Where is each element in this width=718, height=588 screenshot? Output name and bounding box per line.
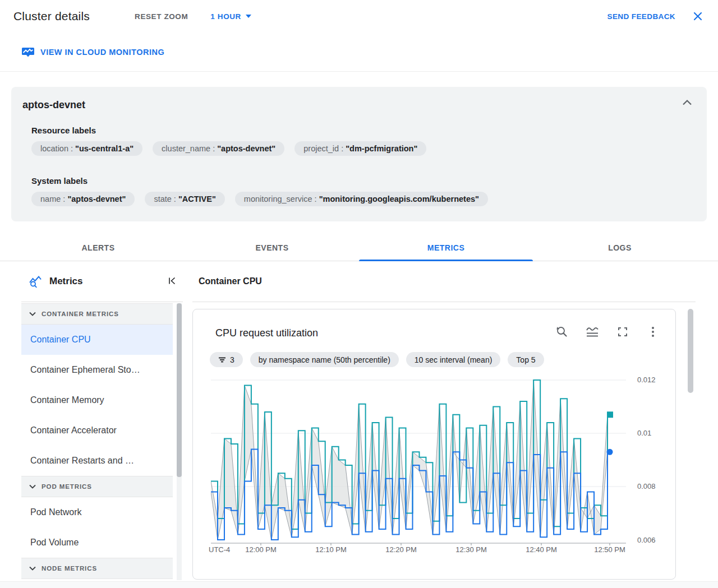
x-axis-tick: 12:00 PM [238, 545, 283, 554]
more-options-button[interactable] [646, 325, 660, 339]
top-bar: Cluster details RESET ZOOM 1 HOUR SEND F… [0, 0, 718, 33]
collapse-card-button[interactable] [682, 99, 692, 108]
metrics-sidebar-header: Metrics [21, 261, 183, 302]
collapse-panel-icon [167, 276, 177, 286]
tab-events[interactable]: EVENTS [185, 234, 359, 261]
chevron-down-icon [246, 15, 251, 18]
x-axis-tick: 12:20 PM [379, 545, 424, 554]
page-title: Cluster details [13, 10, 90, 23]
topn-chip[interactable]: Top 5 [508, 352, 544, 367]
chart-filter-chips: 3 by namespace name (50th percentile) 10… [210, 352, 544, 367]
label-chip-monitoring-service: monitoring_service : "monitoring.googlea… [235, 192, 488, 206]
resource-labels-row: location : "us-central1-a" cluster_name … [31, 141, 696, 156]
system-labels-title: System labels [31, 176, 696, 186]
y-axis-tick: 0.006 [637, 536, 656, 544]
zoom-reset-button[interactable] [555, 325, 569, 339]
chevron-down-icon [29, 484, 36, 489]
main-scrollbar-thumb[interactable] [688, 309, 693, 393]
cluster-summary-card: aptos-devnet Resource labels location : … [11, 87, 707, 221]
monitoring-chart-icon [21, 47, 35, 58]
chart-toolbar [555, 325, 660, 339]
sidebar-item-pod-volume[interactable]: Pod Volume [21, 527, 173, 558]
sidebar-item-container-ephemeral-storage[interactable]: Container Ephemeral Sto… [21, 355, 173, 385]
tab-alerts[interactable]: ALERTS [11, 234, 185, 261]
x-axis-tick: 12:10 PM [309, 545, 353, 554]
timezone-label: UTC-4 [209, 545, 230, 554]
sidebar-scrollbar[interactable] [177, 303, 182, 580]
tab-metrics[interactable]: METRICS [359, 234, 533, 261]
cpu-utilization-plot[interactable] [211, 372, 626, 545]
metric-panel-title: Container CPU [199, 276, 262, 286]
close-button[interactable] [690, 8, 706, 24]
fullscreen-icon [617, 326, 628, 337]
tab-logs[interactable]: LOGS [533, 234, 707, 261]
chevron-down-icon [29, 566, 36, 571]
cluster-name-title: aptos-devnet [22, 99, 696, 111]
send-feedback-button[interactable]: SEND FEEDBACK [607, 12, 675, 21]
area-chart-icon [586, 326, 599, 338]
content-area: Metrics CONTAINER METRICS Container CPU … [0, 261, 718, 588]
x-axis-tick: 12:30 PM [449, 545, 494, 554]
label-chip-name: name : "aptos-devnet" [31, 192, 135, 206]
more-vert-icon [651, 326, 655, 337]
view-in-cloud-monitoring-label: VIEW IN CLOUD MONITORING [40, 48, 164, 57]
sidebar-scrollbar-thumb[interactable] [177, 303, 182, 477]
sidebar-item-container-memory[interactable]: Container Memory [21, 385, 173, 415]
filter-count-chip[interactable]: 3 [210, 352, 243, 367]
reset-zoom-button[interactable]: RESET ZOOM [135, 12, 188, 21]
sidebar-title: Metrics [49, 276, 83, 287]
filter-list-icon [218, 356, 226, 363]
fullscreen-button[interactable] [616, 325, 629, 339]
chevron-up-icon [682, 99, 692, 106]
x-axis-tick: 12:40 PM [519, 545, 564, 554]
label-chip-project-id: project_id : "dm-pcfmigration" [294, 141, 426, 156]
view-in-cloud-monitoring-link[interactable]: VIEW IN CLOUD MONITORING [21, 47, 164, 58]
label-chip-location: location : "us-central1-a" [31, 141, 142, 156]
label-chip-state: state : "ACTIVE" [145, 192, 224, 206]
system-labels-row: name : "aptos-devnet" state : "ACTIVE" m… [31, 192, 696, 206]
y-axis-tick: 0.012 [637, 376, 656, 384]
y-axis-tick: 0.008 [637, 482, 656, 490]
zoom-reset-icon [555, 325, 569, 339]
x-axis-tick: 12:50 PM [587, 545, 632, 554]
chevron-down-icon [29, 312, 36, 316]
link-row: VIEW IN CLOUD MONITORING [0, 33, 718, 72]
y-axis-tick: 0.01 [637, 429, 651, 437]
bottom-scroll-strip [0, 581, 718, 588]
time-range-dropdown[interactable]: 1 HOUR [210, 12, 251, 21]
collapse-sidebar-button[interactable] [165, 274, 180, 290]
sidebar-item-container-restarts[interactable]: Container Restarts and … [21, 446, 173, 476]
section-node-metrics[interactable]: NODE METRICS [21, 558, 173, 579]
sidebar-item-container-cpu[interactable]: Container CPU [21, 325, 173, 355]
sidebar-item-pod-network[interactable]: Pod Network [21, 497, 173, 527]
cluster-details-panel: Cluster details RESET ZOOM 1 HOUR SEND F… [0, 0, 718, 588]
chart-mode-button[interactable] [586, 325, 599, 339]
time-range-label: 1 HOUR [210, 12, 241, 21]
section-pod-metrics[interactable]: POD METRICS [21, 476, 173, 497]
section-container-metrics[interactable]: CONTAINER METRICS [21, 303, 173, 325]
main-panel-header: Container CPU [192, 261, 696, 302]
sidebar-item-container-accelerator[interactable]: Container Accelerator [21, 415, 173, 446]
metrics-list: CONTAINER METRICS Container CPU Containe… [21, 303, 173, 579]
tab-bar: ALERTS EVENTS METRICS LOGS [0, 234, 718, 261]
label-chip-cluster-name: cluster_name : "aptos-devnet" [153, 141, 284, 156]
groupby-chip[interactable]: by namespace name (50th percentile) [250, 352, 399, 367]
chart-title: CPU request utilization [215, 327, 318, 339]
close-icon [692, 11, 703, 22]
chart-card: CPU request utilization [192, 309, 676, 580]
metrics-icon [28, 274, 43, 289]
resource-labels-title: Resource labels [31, 126, 696, 135]
interval-chip[interactable]: 10 sec interval (mean) [406, 352, 501, 367]
